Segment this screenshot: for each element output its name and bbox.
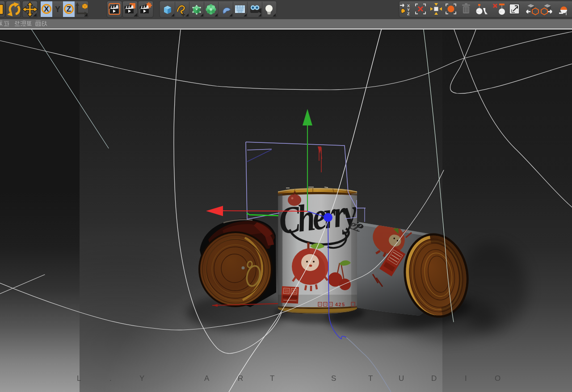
svg-text:Z: Z [67, 5, 71, 13]
svg-text:L: L [77, 374, 81, 383]
svg-text:T: T [368, 374, 373, 383]
svg-text:T: T [270, 374, 274, 383]
svg-text:.: . [109, 374, 112, 383]
svg-text:D: D [431, 374, 437, 383]
svg-text:I: I [465, 374, 467, 383]
svg-text:Y: Y [139, 374, 144, 383]
svg-text:S: S [331, 374, 336, 383]
svg-text:X: X [44, 5, 49, 13]
svg-text:O: O [495, 374, 500, 383]
svg-text:Y: Y [55, 5, 60, 14]
svg-text:Z: Z [407, 12, 410, 16]
svg-text:A: A [204, 374, 210, 383]
svg-text:U: U [399, 374, 404, 383]
